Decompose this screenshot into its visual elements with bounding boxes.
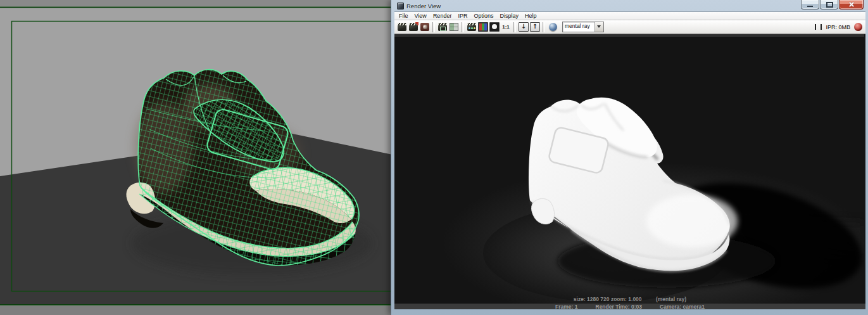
desktop: Render View FileViewRenderIPROptionsDisp… [0,0,868,315]
ipr-update-region-icon [450,23,458,31]
render-region-icon [438,23,447,31]
window-title: Render View [406,3,441,10]
render-region-button[interactable] [437,22,448,33]
close-button[interactable] [839,0,864,10]
gate-mask-bottom [0,306,393,315]
menubar: FileViewRenderIPROptionsDisplayHelp [394,11,865,20]
menu-render[interactable]: Render [430,12,455,20]
menu-ipr[interactable]: IPR [455,12,470,20]
display-alpha-button[interactable] [489,22,500,33]
real-size-icon: 1:1 [501,23,511,31]
menu-help[interactable]: Help [522,12,540,20]
menu-display[interactable]: Display [496,12,522,20]
render-info-line: size: 1280 720 zoom: 1.000 (mental ray) [394,296,865,302]
window-controls [800,0,864,10]
display-rgb-button[interactable] [477,22,489,33]
maximize-button[interactable] [820,0,838,10]
pause-ipr-icon[interactable] [815,24,822,30]
minimize-button[interactable] [801,0,819,10]
toolbar-separator [513,22,516,32]
ipr-render-icon [467,23,476,31]
render-time-label: Render Time: 0:03 [596,304,643,310]
render-settings-button[interactable] [547,22,558,33]
display-rgb-icon [478,22,488,32]
chevron-down-icon[interactable] [594,22,603,32]
toolbar: 1:1 mental ray IPR: 0MB [394,20,865,34]
stop-ipr-button[interactable] [854,23,862,31]
snapshot-icon [420,23,429,31]
menu-view[interactable]: View [412,12,430,20]
toolbar-buttons: 1:1 [396,22,558,33]
redo-previous-render-button[interactable] [408,22,419,33]
keep-image-icon [519,22,529,32]
toolbar-separator [543,22,545,32]
size-zoom-label: size: 1280 720 zoom: 1.000 [574,296,642,302]
maya-perspective-viewport[interactable] [0,0,393,315]
keep-image-button[interactable] [518,22,529,33]
status-bar: Frame: 1 Render Time: 0:03 Camera: camer… [394,304,865,309]
renderer-dropdown-value: mental ray [563,22,594,32]
toolbar-separator [432,22,435,32]
display-alpha-icon [489,22,500,32]
ipr-controls: IPR: 0MB [815,23,864,31]
render-canvas[interactable]: size: 1280 720 zoom: 1.000 (mental ray) [394,34,865,304]
frame-label: Frame: 1 [555,304,577,310]
titlebar[interactable]: Render View [394,0,865,11]
ipr-update-region-button[interactable] [448,22,460,33]
menu-options[interactable]: Options [470,12,496,20]
wireframe-shoe-scene [0,0,393,315]
render-settings-icon [549,23,557,31]
remove-image-button[interactable] [529,22,541,33]
real-size-button[interactable]: 1:1 [500,22,512,33]
render-view-app-icon [397,3,404,10]
renderer-note: (mental ray) [656,296,686,302]
ipr-render-button[interactable] [466,22,477,33]
ipr-memory-status: IPR: 0MB [826,24,850,30]
redo-previous-render-icon [409,23,418,31]
render-current-frame-icon [398,23,406,31]
snapshot-button[interactable] [419,22,431,33]
gate-mask-top [0,0,393,6]
renderer-dropdown[interactable]: mental ray [562,22,604,32]
menu-file[interactable]: File [396,12,412,20]
render-current-frame-button[interactable] [396,22,408,33]
render-view-window: Render View FileViewRenderIPROptionsDisp… [391,0,868,315]
remove-image-icon [530,22,540,32]
rendered-shoe-image [394,34,864,304]
toolbar-separator [462,22,464,32]
camera-label: Camera: camera1 [660,304,705,310]
